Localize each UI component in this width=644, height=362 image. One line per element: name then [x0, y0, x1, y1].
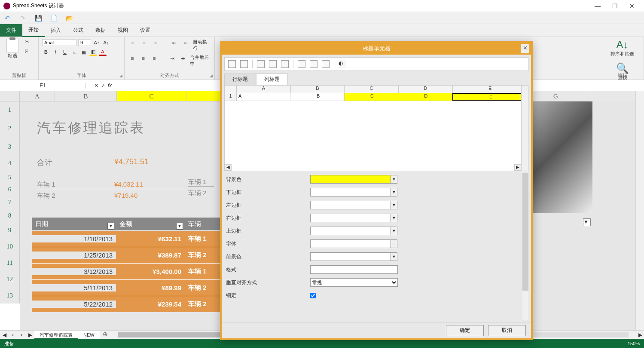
- tb-icon-3[interactable]: [257, 60, 265, 68]
- wrap-text-icon[interactable]: ↵: [182, 39, 191, 47]
- decrease-indent-icon[interactable]: ⇤: [170, 39, 179, 47]
- tab-formula[interactable]: 公式: [67, 24, 89, 37]
- sort-filter-button[interactable]: A↓ 排序和筛选: [604, 39, 640, 57]
- dialog-tab-row[interactable]: 行标题: [224, 74, 256, 85]
- row-head-10[interactable]: 10: [0, 238, 20, 255]
- table-row[interactable]: 1/10/2013¥632.11车辆 1: [32, 230, 234, 247]
- align-left-icon[interactable]: ≡: [128, 54, 137, 63]
- dgc-a[interactable]: A: [237, 93, 290, 101]
- row-head-3[interactable]: 3: [0, 138, 20, 155]
- align-center-icon[interactable]: ≡: [139, 54, 148, 63]
- dgr-1[interactable]: 1: [225, 93, 237, 101]
- prop-fgcolor-input[interactable]: [310, 252, 391, 261]
- prop-valign-select[interactable]: 常规: [310, 278, 398, 287]
- row-head-12[interactable]: 12: [0, 271, 20, 287]
- prop-bborder-dd[interactable]: ▼: [391, 188, 397, 196]
- bold-icon[interactable]: B: [42, 48, 50, 56]
- row-head-1[interactable]: 1: [0, 101, 20, 118]
- dialog-grid[interactable]: A B C D E 1 A B C D E ◀▶: [224, 85, 528, 171]
- dgc-e[interactable]: E: [452, 93, 528, 101]
- dgh-e[interactable]: E: [453, 86, 528, 93]
- align-top-icon[interactable]: ≡: [128, 39, 137, 47]
- tb-icon-5[interactable]: [281, 60, 289, 68]
- prop-rborder-dd[interactable]: ▼: [391, 214, 397, 222]
- tab-home[interactable]: 开始: [22, 24, 45, 37]
- minimize-button[interactable]: —: [589, 0, 606, 12]
- tab-nav-next[interactable]: ›: [17, 332, 26, 338]
- sheet-tab-1[interactable]: 汽车修理追踪表: [34, 331, 78, 339]
- filter-amount-icon[interactable]: ▼: [176, 223, 183, 230]
- open-icon[interactable]: 📂: [65, 14, 73, 22]
- dialog-close-icon[interactable]: ✕: [521, 44, 529, 53]
- maximize-button[interactable]: ☐: [606, 0, 623, 12]
- prop-rborder-input[interactable]: [310, 214, 391, 222]
- add-sheet-icon[interactable]: ⊕: [100, 331, 110, 339]
- align-dialog-launcher[interactable]: ◢: [210, 74, 213, 78]
- dialog-tab-col[interactable]: 列标题: [256, 74, 288, 85]
- table-row[interactable]: 5/11/2013¥89.99车辆 2: [32, 279, 234, 296]
- dialog-grid-hscroll[interactable]: ◀▶: [225, 164, 521, 171]
- increase-font-icon[interactable]: A↑: [93, 39, 101, 46]
- undo-icon[interactable]: ↶: [3, 14, 11, 22]
- tab-insert[interactable]: 插入: [45, 24, 67, 37]
- scroll-right-icon[interactable]: ▶: [636, 332, 644, 338]
- prop-font-browse[interactable]: …: [391, 239, 397, 248]
- increase-indent-icon[interactable]: ⇥: [168, 54, 177, 63]
- underline-icon[interactable]: U: [61, 48, 69, 56]
- cut-icon[interactable]: ✂: [25, 39, 32, 46]
- prop-tborder-input[interactable]: [310, 227, 391, 235]
- fill-color-icon[interactable]: ◧: [89, 48, 97, 56]
- prop-lborder-input[interactable]: [310, 201, 391, 209]
- align-middle-icon[interactable]: ≡: [140, 39, 149, 47]
- dialog-grid-vscroll[interactable]: [521, 86, 528, 171]
- align-right-icon[interactable]: ≡: [150, 54, 159, 63]
- row-head-8[interactable]: 8: [0, 209, 20, 222]
- tab-data[interactable]: 数据: [89, 24, 112, 37]
- dgh-c[interactable]: C: [345, 86, 399, 93]
- italic-icon[interactable]: I: [52, 48, 59, 56]
- paste-button[interactable]: 粘贴: [3, 39, 21, 59]
- border-icon[interactable]: ▦: [80, 48, 88, 56]
- col-head-a[interactable]: A: [20, 91, 55, 101]
- tb-icon-2[interactable]: [240, 60, 248, 68]
- row-head-6[interactable]: 6: [0, 183, 20, 195]
- row-head-13[interactable]: 13: [0, 287, 20, 304]
- dgh-d[interactable]: D: [399, 86, 453, 93]
- save-icon[interactable]: 💾: [34, 14, 42, 22]
- row-head-11[interactable]: 11: [0, 255, 20, 271]
- table-row[interactable]: 5/22/2012¥239.54车辆 2: [32, 296, 234, 312]
- font-name-select[interactable]: [42, 39, 76, 46]
- vertical-scrollbar[interactable]: [635, 91, 644, 330]
- dialog-cancel-button[interactable]: 取消: [488, 325, 526, 336]
- tb-icon-4[interactable]: [269, 60, 277, 68]
- tb-eraser-icon[interactable]: ◐: [339, 60, 346, 68]
- accept-formula-icon[interactable]: ✓: [101, 83, 105, 89]
- fx-icon[interactable]: fx: [108, 83, 112, 89]
- dialog-props-scrollbar[interactable]: [522, 173, 528, 320]
- copy-icon[interactable]: ⎘: [25, 48, 32, 55]
- table-row[interactable]: 1/25/2013¥389.87车辆 2: [32, 247, 234, 263]
- dialog-ok-button[interactable]: 确定: [446, 325, 484, 336]
- sheet-tab-2[interactable]: NEW: [78, 331, 100, 339]
- prop-bgcolor-dd[interactable]: ▼: [391, 175, 397, 184]
- close-button[interactable]: ✕: [623, 0, 641, 12]
- col-head-d[interactable]: [186, 91, 221, 101]
- tb-icon-7[interactable]: [310, 60, 317, 68]
- select-all-corner[interactable]: [0, 91, 20, 101]
- dgc-d[interactable]: D: [398, 93, 452, 101]
- tab-settings[interactable]: 设置: [134, 24, 156, 37]
- new-icon[interactable]: 📄: [50, 14, 58, 22]
- dgh-b[interactable]: B: [291, 86, 345, 93]
- col-head-b[interactable]: B: [55, 91, 117, 101]
- row-head-9[interactable]: 9: [0, 222, 20, 238]
- tab-nav-first[interactable]: ◀: [0, 332, 9, 338]
- double-underline-icon[interactable]: ⎁: [70, 48, 78, 56]
- tb-icon-1[interactable]: [228, 60, 236, 68]
- tab-nav-last[interactable]: ▶: [26, 332, 34, 338]
- tab-nav-prev[interactable]: ‹: [9, 332, 17, 338]
- prop-bborder-input[interactable]: [310, 188, 391, 196]
- name-box[interactable]: E1: [0, 83, 86, 89]
- image-filter-icon[interactable]: ▼: [583, 218, 591, 226]
- row-head-4[interactable]: 4: [0, 155, 20, 171]
- merge-icon[interactable]: ⬌: [179, 54, 188, 63]
